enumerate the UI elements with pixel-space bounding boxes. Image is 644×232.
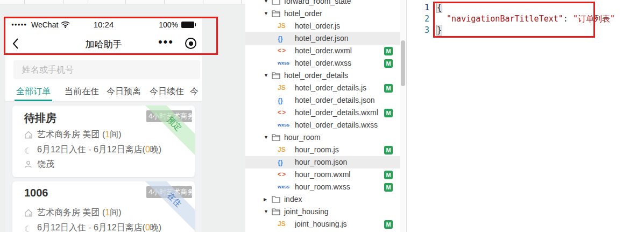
order-title: 1006 bbox=[24, 187, 48, 199]
room-count: 1 bbox=[105, 130, 110, 139]
tree-folder-hour_room[interactable]: ▼ hour_room bbox=[245, 131, 400, 144]
night-unit: 晚) bbox=[150, 145, 161, 154]
tree-folder-joint_housing[interactable]: ▼ joint_housing bbox=[245, 206, 400, 218]
person-icon bbox=[24, 160, 37, 171]
file-explorer: ▼ forward_room_state ▼ hotel_order JS ho… bbox=[245, 0, 407, 232]
tab-current-inhouse[interactable]: 当前在住 bbox=[65, 82, 99, 102]
js-file-icon: JS bbox=[278, 20, 294, 32]
tree-file-hour_room-wxss[interactable]: wxss hour_room.wxss M bbox=[245, 181, 400, 193]
folder-icon bbox=[272, 10, 280, 17]
json-key: "navigationBarTitleText" bbox=[447, 14, 563, 24]
tree-file-hotel_order-wxml[interactable]: < > hotel_order.wxml M bbox=[245, 45, 400, 57]
folder-icon bbox=[272, 72, 280, 79]
search-section: 姓名或手机号 bbox=[5, 55, 202, 82]
line-number: 3 bbox=[407, 25, 429, 36]
room-text: 艺术商务房 美团 ( bbox=[37, 130, 105, 139]
nav-bar: 加哈助手 ••• bbox=[5, 32, 202, 55]
search-input[interactable]: 姓名或手机号 bbox=[13, 60, 200, 79]
code-line-2[interactable]: "navigationBarTitleText": "订单列表" bbox=[437, 13, 615, 25]
wxss-file-icon: wxss bbox=[278, 119, 294, 131]
house-icon bbox=[24, 209, 37, 219]
tree-file-hotel_order-js[interactable]: JS hotel_order.js bbox=[245, 20, 400, 32]
order-list: 待排房 4小时艺术商务房 预定 艺术商务房 美团 (1间) ☾6月12日入住 -… bbox=[5, 102, 202, 232]
tree-file-hour_room-json[interactable]: { } hour_room.json bbox=[245, 156, 400, 168]
modified-badge: M bbox=[384, 171, 393, 179]
json-file-icon: { } bbox=[278, 32, 294, 45]
room-unit: 间) bbox=[110, 208, 121, 217]
toolbar-divider bbox=[203, 0, 203, 4]
modified-badge: M bbox=[384, 84, 393, 93]
tree-file-hotel_order_details-wxml[interactable]: < > hotel_order_details.wxml M bbox=[245, 107, 400, 119]
tab-clipped[interactable]: 今 bbox=[190, 82, 199, 102]
tree-file-hotel_order-wxss[interactable]: wxss hotel_order.wxss M bbox=[245, 57, 400, 69]
caret-down-icon[interactable]: ▼ bbox=[264, 0, 271, 8]
line-number: 1 bbox=[407, 2, 429, 13]
room-count: 1 bbox=[105, 208, 110, 217]
date-text: 6月12日入住 - 6月12日离店( bbox=[37, 145, 145, 154]
caret-down-icon[interactable]: ▼ bbox=[264, 8, 271, 20]
item-label: hotel_order bbox=[284, 8, 322, 20]
room-info-row: 艺术商务房 美团 (1间) bbox=[24, 207, 121, 219]
item-label: joint_housing.js bbox=[295, 218, 347, 230]
folder-icon bbox=[272, 195, 280, 203]
tree-scrollbar[interactable] bbox=[400, 0, 406, 232]
tree-file-hotel_order_details-json[interactable]: { } hotel_order_details.json bbox=[245, 94, 400, 107]
order-card-1006[interactable]: 1006 4小时艺术商务房 在住 艺术商务房 美团 (1间) ☾6月12日入住 … bbox=[12, 181, 195, 232]
modified-badge: M bbox=[384, 183, 393, 192]
house-icon bbox=[24, 131, 37, 141]
toolbar-divider bbox=[24, 0, 25, 4]
item-label: hotel_order_details.wxml bbox=[295, 107, 378, 119]
tab-today-departure[interactable]: 今日预离 bbox=[107, 82, 141, 102]
tab-all-orders[interactable]: 全部订单 bbox=[16, 82, 51, 102]
item-label: forward_room_state bbox=[284, 0, 351, 8]
night-unit: 晚) bbox=[150, 223, 161, 232]
order-card-pending[interactable]: 待排房 4小时艺术商务房 预定 艺术商务房 美团 (1间) ☾6月12日入住 -… bbox=[12, 106, 195, 177]
guest-name: 饶茂 bbox=[37, 159, 54, 168]
item-label: hour_room.js bbox=[295, 144, 339, 156]
caret-down-icon[interactable]: ▼ bbox=[264, 131, 271, 144]
tree-file-hotel_order_details-js[interactable]: JS hotel_order_details.js M bbox=[245, 82, 400, 94]
indent bbox=[437, 14, 447, 24]
tree-file-hour_room-wxml[interactable]: < > hour_room.wxml M bbox=[245, 168, 400, 181]
code-line-1[interactable]: { bbox=[437, 2, 442, 13]
tree-file-hotel_order-json[interactable]: { } hotel_order.json bbox=[245, 32, 400, 45]
wechat-devtools-window: ●●●●● WeChat 10:24 100% 加哈助手 ••• 姓名或手机号 bbox=[0, 0, 644, 232]
tree-folder-index[interactable]: ▶ index bbox=[245, 193, 400, 206]
tree-folder-hotel_order_details[interactable]: ▼ hotel_order_details bbox=[245, 69, 400, 82]
modified-badge: M bbox=[384, 47, 393, 55]
item-label: hotel_order_details bbox=[284, 69, 348, 82]
item-label: hotel_order.js bbox=[295, 20, 340, 32]
guest-info-row: 饶茂 bbox=[24, 159, 54, 171]
caret-right-icon[interactable]: ▶ bbox=[264, 193, 271, 206]
status-bar: ●●●●● WeChat 10:24 100% bbox=[5, 18, 202, 32]
capsule-close-icon[interactable] bbox=[185, 38, 196, 49]
scrollbar-thumb[interactable] bbox=[401, 40, 405, 86]
battery-icon bbox=[181, 22, 194, 28]
phone-simulator: ●●●●● WeChat 10:24 100% 加哈助手 ••• 姓名或手机号 bbox=[5, 18, 202, 232]
tab-today-extend[interactable]: 今日续住 bbox=[150, 82, 184, 102]
tree-file-joint_housing-js[interactable]: JS joint_housing.js M bbox=[245, 218, 400, 230]
modified-badge: M bbox=[384, 146, 393, 154]
caret-down-icon[interactable]: ▼ bbox=[264, 206, 271, 218]
room-text: 艺术商务房 美团 ( bbox=[37, 208, 105, 217]
caret-down-icon[interactable]: ▼ bbox=[264, 69, 271, 82]
item-label: hotel_order_details.json bbox=[295, 94, 375, 107]
item-label: hotel_order_details.js bbox=[295, 82, 366, 94]
tree-file-hour_room-js[interactable]: JS hour_room.js M bbox=[245, 144, 400, 156]
folder-icon bbox=[272, 208, 280, 215]
more-menu-icon[interactable]: ••• bbox=[158, 35, 174, 49]
modified-badge: M bbox=[384, 109, 393, 117]
item-label: hour_room bbox=[284, 131, 321, 144]
tree-folder-forward_room_state[interactable]: ▼ forward_room_state bbox=[245, 0, 400, 8]
json-value: "订单列表" bbox=[573, 14, 615, 24]
json-file-icon: { } bbox=[278, 94, 294, 107]
wxss-file-icon: wxss bbox=[278, 181, 294, 193]
date-info-row: ☾6月12日入住 - 6月12日离店(0晚) bbox=[24, 144, 161, 156]
code-line-3[interactable]: } bbox=[437, 25, 442, 36]
item-label: hotel_order_details.wxss bbox=[295, 119, 378, 131]
js-file-icon: JS bbox=[278, 82, 294, 94]
tree-file-hotel_order_details-wxss[interactable]: wxss hotel_order_details.wxss bbox=[245, 119, 400, 131]
tree-folder-hotel_order[interactable]: ▼ hotel_order bbox=[245, 8, 400, 20]
toolbar-divider bbox=[241, 0, 242, 4]
code-editor[interactable]: 1 2 3 { "navigationBarTitleText": "订单列表"… bbox=[406, 0, 644, 232]
